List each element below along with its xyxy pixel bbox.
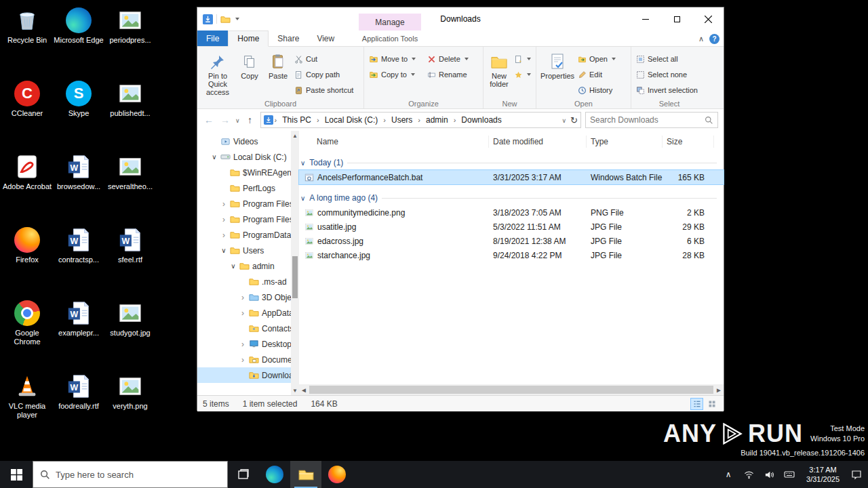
nav-item-ms-ad[interactable]: .ms-ad [197, 274, 291, 289]
search-icon[interactable] [705, 116, 713, 125]
breadcrumb-downloads[interactable]: Downloads [457, 115, 505, 125]
desktop-icon-google-chrome[interactable]: Google Chrome [1, 297, 53, 370]
address-dropdown-icon[interactable] [562, 115, 567, 125]
desktop-icon-browsedow[interactable]: W browsedow... [53, 150, 104, 224]
tray-expand-icon[interactable]: ∧ [719, 461, 737, 488]
breadcrumb-local-disk-c[interactable]: Local Disk (C:) [321, 115, 382, 125]
scrollbar-thumb[interactable] [292, 256, 298, 298]
nav-item-videos[interactable]: Videos [197, 134, 291, 149]
collapse-ribbon-icon[interactable]: ∧ [698, 35, 704, 43]
easy-access-button[interactable] [512, 68, 533, 81]
desktop-icon-skype[interactable]: Skype [53, 77, 104, 150]
select-none-button[interactable]: Select none [634, 68, 700, 81]
breadcrumb-users[interactable]: Users [387, 115, 416, 125]
nav-item-3d-objects[interactable]: 3D Objects [197, 289, 291, 305]
properties-button[interactable]: Properties [539, 49, 576, 80]
desktop-icon-ccleaner[interactable]: CCleaner [1, 77, 53, 150]
scroll-up-icon[interactable]: ▲ [291, 131, 299, 140]
chevron-right-icon[interactable] [220, 215, 227, 224]
file-row-communitymedicine[interactable]: communitymedicine.png 3/18/2023 7:05 AM … [299, 205, 724, 220]
group-header-a-long-time-ago[interactable]: A long time ago (4) [299, 190, 724, 205]
paste-shortcut-button[interactable]: Paste shortcut [292, 83, 355, 97]
desktop-icon-publishedt[interactable]: publishedt... [104, 77, 156, 150]
scrollbar-thumb[interactable] [309, 386, 713, 394]
nav-item-local-disk-c[interactable]: Local Disk (C:) [197, 149, 291, 165]
taskbar-search[interactable] [33, 461, 228, 488]
copy-path-button[interactable]: Copy path [292, 68, 355, 81]
nav-item-documents[interactable]: Documents [197, 352, 291, 367]
breadcrumb-admin[interactable]: admin [422, 115, 452, 125]
nav-item-perflogs[interactable]: PerfLogs [197, 180, 291, 196]
chevron-right-icon[interactable] [239, 355, 246, 365]
nav-item-program-files-x86[interactable]: Program Files [197, 211, 291, 227]
column-header-size[interactable]: Size [663, 136, 714, 148]
scroll-right-icon[interactable]: ► [714, 386, 724, 394]
delete-button[interactable]: Delete [425, 52, 478, 66]
taskbar-file-explorer-button[interactable] [290, 461, 321, 488]
desktop-icon-contractsp[interactable]: W contractsp... [53, 224, 104, 297]
network-icon[interactable] [740, 461, 757, 488]
desktop-icon-sfeel[interactable]: W sfeel.rtf [104, 224, 156, 297]
touch-keyboard-icon[interactable] [781, 461, 798, 488]
chevron-right-icon[interactable] [220, 230, 227, 240]
taskbar-edge-button[interactable] [259, 461, 290, 488]
desktop-icon-firefox[interactable]: Firefox [1, 224, 53, 297]
chevron-right-icon[interactable] [220, 199, 227, 209]
desktop-icon-studygot[interactable]: studygot.jpg [104, 297, 156, 370]
start-button[interactable] [0, 461, 33, 488]
open-button[interactable]: Open [576, 52, 618, 66]
select-all-button[interactable]: Select all [634, 52, 700, 66]
back-button[interactable]: ← [203, 115, 215, 125]
search-input[interactable] [590, 115, 705, 125]
chevron-right-icon[interactable] [239, 293, 246, 302]
column-header-date-modified[interactable]: Date modified [489, 136, 587, 148]
nav-item-downloads[interactable]: Downloads [197, 367, 291, 383]
new-item-button[interactable] [512, 52, 533, 66]
desktop-icon-foodreally[interactable]: W foodreally.rtf [53, 370, 104, 443]
file-row-starchance[interactable]: starchance.jpg 9/24/2018 4:22 PM JPG Fil… [299, 248, 724, 262]
navigation-scrollbar[interactable]: ▲ ▼ [291, 131, 299, 395]
chevron-down-icon[interactable] [211, 153, 218, 161]
desktop-icon-recycle-bin[interactable]: Recycle Bin [1, 4, 53, 77]
chevron-right-icon[interactable] [239, 308, 246, 318]
help-icon[interactable] [709, 34, 719, 44]
file-row-edacross[interactable]: edacross.jpg 8/19/2021 12:38 AM JPG File… [299, 234, 724, 248]
tab-home[interactable]: Home [228, 30, 269, 47]
nav-item-admin[interactable]: admin [197, 258, 291, 274]
group-header-today[interactable]: Today (1) [299, 155, 724, 170]
scroll-down-icon[interactable]: ▼ [291, 386, 299, 395]
tab-view[interactable]: View [308, 30, 343, 46]
qat-dropdown-icon[interactable] [235, 18, 239, 20]
up-button[interactable]: ↑ [244, 115, 256, 125]
taskbar-clock[interactable]: 3:17 AM 3/31/2025 [801, 465, 845, 484]
group-collapse-icon[interactable] [300, 195, 305, 202]
nav-item-appdata[interactable]: AppData [197, 305, 291, 321]
refresh-icon[interactable] [570, 115, 578, 125]
nav-item-programdata[interactable]: ProgramData [197, 227, 291, 243]
nav-item-desktop[interactable]: Desktop [197, 336, 291, 352]
scroll-left-icon[interactable]: ◄ [299, 386, 309, 394]
rename-button[interactable]: Rename [425, 68, 478, 81]
new-folder-button[interactable]: New folder [486, 49, 512, 88]
file-row-usatitle[interactable]: usatitle.jpg 5/3/2022 11:51 AM JPG File … [299, 220, 724, 234]
search-box[interactable] [585, 112, 718, 128]
nav-item-winreagent[interactable]: $WinREAgent [197, 165, 291, 180]
copy-button[interactable]: Copy [235, 49, 264, 80]
desktop-icon-veryth[interactable]: veryth.png [104, 370, 156, 443]
taskbar-search-input[interactable] [56, 470, 220, 480]
copy-to-button[interactable]: Copy to [367, 68, 425, 81]
volume-icon[interactable] [760, 461, 778, 488]
invert-selection-button[interactable]: Invert selection [634, 83, 700, 97]
desktop-icon-vlc[interactable]: VLC media player [1, 370, 53, 443]
chevron-right-icon[interactable] [239, 340, 246, 349]
qat-folder-icon[interactable] [220, 14, 231, 24]
paste-button[interactable]: Paste [264, 49, 292, 80]
nav-item-users[interactable]: Users [197, 243, 291, 258]
forward-button[interactable]: → [219, 115, 231, 125]
recent-locations-icon[interactable] [235, 115, 240, 125]
chevron-down-icon[interactable] [230, 262, 237, 270]
nav-item-contacts[interactable]: Contacts [197, 321, 291, 336]
tab-file[interactable]: File [197, 30, 228, 46]
file-row-ancelsperformancebatch[interactable]: AncelsPerformanceBatch.bat 3/31/2025 3:1… [299, 170, 724, 184]
group-collapse-icon[interactable] [300, 159, 305, 167]
